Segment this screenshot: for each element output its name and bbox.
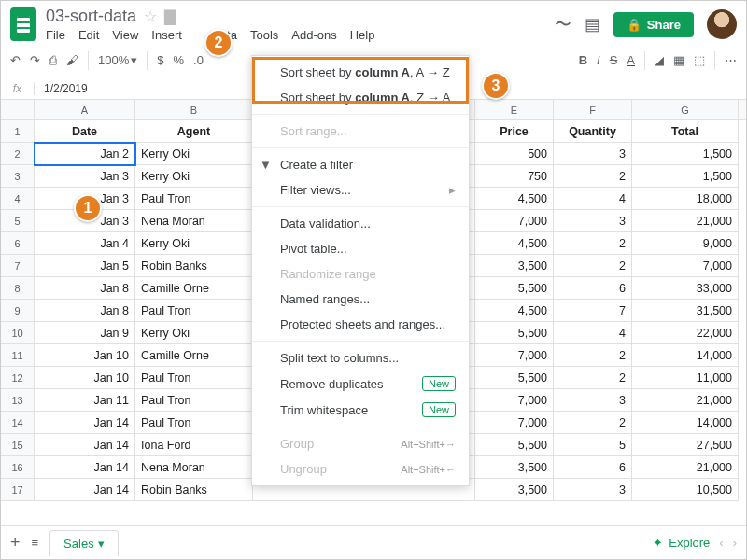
doc-title[interactable]: 03-sort-data: [46, 7, 136, 26]
row-header[interactable]: 8: [1, 277, 35, 300]
bold-icon[interactable]: B: [579, 53, 587, 67]
cell[interactable]: 33,000: [632, 277, 739, 300]
cell[interactable]: 6: [554, 277, 632, 300]
cell[interactable]: Jan 14: [35, 434, 135, 456]
cell[interactable]: Paul Tron: [135, 188, 253, 210]
cell[interactable]: 21,000: [632, 210, 739, 232]
row-header[interactable]: 11: [1, 344, 35, 367]
cell[interactable]: 7,000: [632, 255, 739, 277]
menu-tools[interactable]: Tools: [250, 28, 278, 42]
account-avatar[interactable]: [707, 9, 737, 39]
cell[interactable]: 2: [554, 412, 632, 434]
cell[interactable]: Jan 3: [35, 165, 135, 188]
cell[interactable]: 27,500: [632, 434, 739, 456]
cell[interactable]: 4,500: [475, 188, 554, 210]
star-icon[interactable]: ☆: [144, 7, 157, 25]
cell[interactable]: 500: [475, 143, 554, 165]
cell[interactable]: Kerry Oki: [135, 322, 253, 344]
cell[interactable]: Robin Banks: [135, 479, 253, 501]
cell[interactable]: 5,500: [475, 434, 554, 456]
row-header[interactable]: 4: [1, 188, 35, 210]
fill-color-icon[interactable]: ◢: [655, 53, 664, 67]
cell[interactable]: Nena Moran: [135, 456, 253, 479]
cell[interactable]: 7,000: [475, 412, 554, 434]
chevron-left-icon[interactable]: ‹: [719, 536, 723, 550]
cell[interactable]: 3,500: [475, 255, 554, 277]
cell[interactable]: 10,500: [632, 479, 739, 501]
chevron-right-icon[interactable]: ›: [733, 536, 737, 550]
select-all-cell[interactable]: [1, 100, 35, 119]
menu-protected[interactable]: Protected sheets and ranges...: [252, 312, 469, 337]
menu-pivot[interactable]: Pivot table...: [252, 236, 469, 261]
col-A[interactable]: A: [35, 100, 135, 119]
row-header[interactable]: 5: [1, 210, 35, 232]
cell[interactable]: 21,000: [632, 456, 739, 479]
menu-insert[interactable]: Insert: [151, 28, 182, 42]
row-header[interactable]: 2: [1, 143, 35, 165]
cell[interactable]: 22,000: [632, 322, 739, 344]
menu-help[interactable]: Help: [350, 28, 375, 42]
cell[interactable]: 2: [554, 367, 632, 389]
sheet-tab-sales[interactable]: Sales▾: [49, 530, 119, 556]
cell[interactable]: 1,500: [632, 165, 739, 188]
cell[interactable]: Jan 11: [35, 389, 135, 412]
cell[interactable]: Jan 14: [35, 456, 135, 479]
menu-view[interactable]: View: [112, 28, 138, 42]
menu-data-validation[interactable]: Data validation...: [252, 211, 469, 236]
menu-remove-duplicates[interactable]: Remove duplicatesNew: [252, 371, 469, 397]
merge-icon[interactable]: ⬚: [694, 53, 705, 67]
cell[interactable]: 9,000: [632, 232, 739, 255]
col-E[interactable]: E: [475, 100, 554, 119]
row-header[interactable]: 17: [1, 479, 35, 501]
row-header[interactable]: 1: [1, 120, 35, 143]
row-header[interactable]: 13: [1, 389, 35, 412]
menu-addons[interactable]: Add-ons: [291, 28, 336, 42]
row-header[interactable]: 14: [1, 412, 35, 434]
cell[interactable]: Paul Tron: [135, 367, 253, 389]
strike-icon[interactable]: S: [610, 53, 618, 67]
menu-trim-whitespace[interactable]: Trim whitespaceNew: [252, 397, 469, 423]
zoom-dropdown[interactable]: 100% ▾: [98, 53, 137, 67]
cell[interactable]: 5,500: [475, 367, 554, 389]
col-B[interactable]: B: [135, 100, 253, 119]
cell[interactable]: Jan 4: [35, 232, 135, 255]
cell[interactable]: 3: [554, 143, 632, 165]
row-header[interactable]: 7: [1, 255, 35, 277]
menu-file[interactable]: File: [46, 28, 65, 42]
cell[interactable]: Jan 14: [35, 479, 135, 501]
cell[interactable]: 7,000: [475, 389, 554, 412]
cell[interactable]: 4: [554, 322, 632, 344]
cell[interactable]: 5,500: [475, 277, 554, 300]
cell[interactable]: Jan 10: [35, 367, 135, 389]
menu-named-ranges[interactable]: Named ranges...: [252, 287, 469, 312]
cell[interactable]: Kerry Oki: [135, 143, 253, 165]
cell[interactable]: 3: [554, 389, 632, 412]
cell[interactable]: Jan 14: [35, 412, 135, 434]
add-sheet-icon[interactable]: +: [10, 533, 21, 553]
decimal-icon[interactable]: .0: [193, 53, 204, 67]
explore-button[interactable]: ✦Explore: [653, 536, 710, 550]
cell[interactable]: Nena Moran: [135, 210, 253, 232]
cell[interactable]: Camille Orne: [135, 344, 253, 367]
more-icon[interactable]: ⋯: [725, 53, 737, 67]
cell[interactable]: 750: [475, 165, 554, 188]
cell[interactable]: 7,000: [475, 344, 554, 367]
currency-icon[interactable]: $: [157, 53, 163, 67]
row-header[interactable]: 12: [1, 367, 35, 389]
cell[interactable]: Iona Ford: [135, 434, 253, 456]
row-header[interactable]: 3: [1, 165, 35, 188]
undo-icon[interactable]: ↶: [10, 53, 21, 67]
redo-icon[interactable]: ↷: [30, 53, 40, 67]
cell[interactable]: 4,500: [475, 300, 554, 322]
cell[interactable]: 21,000: [632, 389, 739, 412]
cell[interactable]: Paul Tron: [135, 412, 253, 434]
col-F[interactable]: F: [554, 100, 632, 119]
menu-filter-views[interactable]: Filter views...▸: [252, 177, 469, 203]
move-folder-icon[interactable]: ▇: [164, 7, 176, 25]
cell[interactable]: Paul Tron: [135, 300, 253, 322]
menu-create-filter[interactable]: ▼Create a filter: [252, 152, 469, 177]
percent-icon[interactable]: %: [173, 53, 184, 67]
comments-icon[interactable]: ▤: [585, 14, 600, 35]
cell[interactable]: Jan 8: [35, 277, 135, 300]
cell[interactable]: Jan 8: [35, 300, 135, 322]
